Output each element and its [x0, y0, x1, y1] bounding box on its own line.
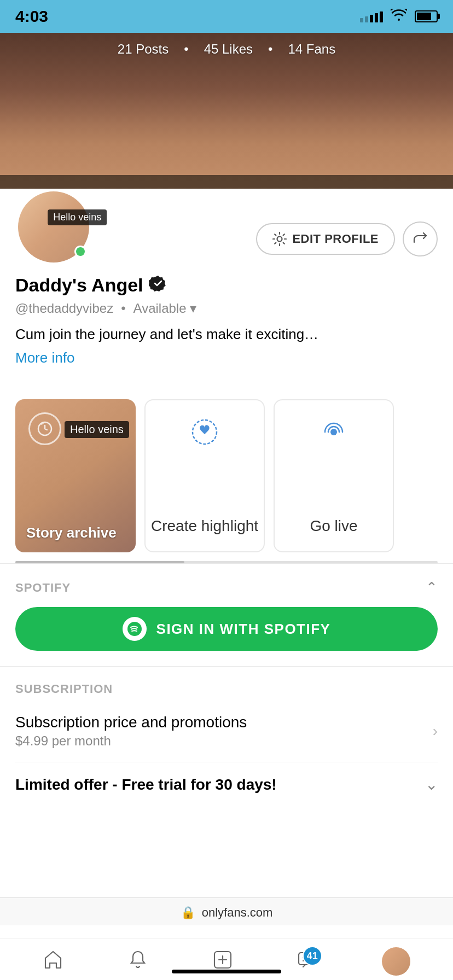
battery-icon — [415, 10, 438, 22]
share-button[interactable] — [403, 221, 438, 256]
subscription-item-title: Subscription price and promotions — [15, 714, 247, 731]
url-text: onlyfans.com — [202, 906, 273, 920]
spotify-title: SPOTIFY — [15, 581, 71, 595]
status-bar: 4:03 — [0, 0, 453, 33]
wifi-icon — [391, 9, 407, 24]
more-info-link[interactable]: More info — [15, 349, 438, 366]
story-archive-card[interactable]: Hello veins Story archive — [15, 399, 136, 552]
subscription-item-price: $4.99 per month — [15, 733, 247, 749]
nav-profile[interactable] — [382, 947, 410, 976]
stories-scroll-indicator — [15, 561, 438, 563]
stats-bar: 21 Posts • 45 Likes • 14 Fans — [0, 37, 453, 61]
gear-icon — [272, 232, 287, 246]
signal-icon — [360, 10, 383, 22]
likes-stat: 45 Likes — [204, 42, 253, 57]
spotify-section: SPOTIFY ⌃ SIGN IN WITH SPOTIFY — [0, 564, 453, 666]
edit-profile-button[interactable]: EDIT PROFILE — [256, 223, 395, 255]
chevron-down-icon: ⌄ — [425, 775, 438, 794]
posts-stat: 21 Posts — [118, 42, 169, 57]
nav-avatar — [382, 947, 410, 976]
spotify-btn-text: SIGN IN WITH SPOTIFY — [156, 621, 331, 638]
go-live-label: Go live — [310, 516, 357, 536]
browser-bar: 🔒 onlyfans.com — [0, 897, 453, 925]
create-highlight-label: Create highlight — [151, 516, 258, 536]
stories-row: Hello veins Story archive Create highlig… — [0, 390, 453, 561]
spotify-header: SPOTIFY ⌃ — [15, 579, 438, 596]
create-highlight-icon — [190, 418, 219, 452]
status-icons — [360, 9, 438, 24]
limited-offer-row[interactable]: Limited offer - Free trial for 30 days! … — [15, 762, 438, 807]
message-badge: 41 — [303, 946, 322, 966]
limited-offer-text: Limited offer - Free trial for 30 days! — [15, 776, 277, 794]
profile-section: Hello veins EDIT PROFILE Daddy's Angel — [0, 189, 453, 390]
spotify-logo — [123, 617, 147, 641]
avatar-tooltip: Hello veins — [48, 209, 107, 225]
home-icon — [43, 949, 63, 973]
profile-name: Daddy's Angel — [15, 274, 438, 296]
chevron-right-icon: › — [433, 722, 438, 740]
lock-icon: 🔒 — [181, 906, 195, 920]
bottom-nav: 41 — [0, 938, 453, 980]
nav-messages[interactable]: 41 — [297, 949, 318, 973]
status-time: 4:03 — [15, 7, 48, 26]
go-live-icon — [320, 418, 348, 452]
subscription-price-item[interactable]: Subscription price and promotions $4.99 … — [15, 701, 438, 762]
share-icon — [413, 231, 428, 247]
bell-icon — [127, 949, 148, 973]
profile-handle: @thedaddyvibez • Available ▾ — [15, 301, 438, 316]
verified-icon — [149, 274, 167, 296]
go-live-card[interactable]: Go live — [274, 399, 394, 552]
fans-stat: 14 Fans — [288, 42, 335, 57]
nav-notifications[interactable] — [127, 949, 148, 973]
nav-home[interactable] — [43, 949, 63, 973]
create-highlight-card[interactable]: Create highlight — [144, 399, 265, 552]
avatar-row: Hello veins EDIT PROFILE — [15, 189, 438, 265]
home-indicator — [172, 970, 281, 973]
spotify-sign-in-button[interactable]: SIGN IN WITH SPOTIFY — [15, 607, 438, 651]
subscription-section: SUBSCRIPTION Subscription price and prom… — [0, 667, 453, 807]
chevron-up-icon[interactable]: ⌃ — [426, 579, 438, 596]
subscription-title: SUBSCRIPTION — [15, 682, 438, 696]
svg-point-0 — [277, 237, 282, 242]
archive-tooltip: Hello veins — [65, 421, 129, 438]
archive-label: Story archive — [26, 524, 117, 541]
profile-buttons: EDIT PROFILE — [256, 221, 438, 256]
online-indicator — [74, 246, 86, 258]
avatar-container: Hello veins — [15, 189, 92, 265]
svg-point-3 — [330, 429, 337, 435]
profile-bio: Cum join the journey and let's make it e… — [15, 324, 438, 345]
available-badge[interactable]: Available ▾ — [133, 301, 196, 316]
archive-icon — [28, 412, 61, 445]
